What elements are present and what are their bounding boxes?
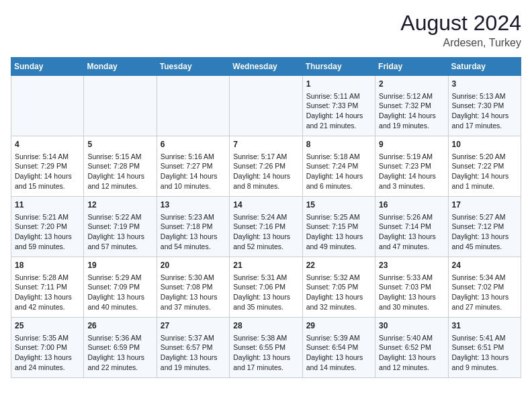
header-day-tuesday: Tuesday [157,58,229,76]
calendar-cell: 14Sunrise: 5:24 AMSunset: 7:16 PMDayligh… [230,197,302,257]
day-info: Sunrise: 5:39 AMSunset: 6:54 PMDaylight:… [306,333,371,373]
calendar-cell: 18Sunrise: 5:28 AMSunset: 7:11 PMDayligh… [11,257,84,318]
day-number: 31 [452,320,517,332]
calendar-week-2: 4Sunrise: 5:14 AMSunset: 7:29 PMDaylight… [11,136,521,197]
calendar-cell: 13Sunrise: 5:23 AMSunset: 7:18 PMDayligh… [157,197,229,257]
calendar-cell: 21Sunrise: 5:31 AMSunset: 7:06 PMDayligh… [230,257,302,318]
calendar-cell: 6Sunrise: 5:16 AMSunset: 7:27 PMDaylight… [157,136,229,197]
calendar-cell: 5Sunrise: 5:15 AMSunset: 7:28 PMDaylight… [84,136,157,197]
calendar-cell [11,76,84,136]
day-info: Sunrise: 5:36 AMSunset: 6:59 PMDaylight:… [87,333,152,373]
day-info: Sunrise: 5:23 AMSunset: 7:18 PMDaylight:… [161,212,226,252]
day-info: Sunrise: 5:17 AMSunset: 7:26 PMDaylight:… [233,152,298,191]
day-number: 5 [87,139,152,150]
day-number: 18 [15,260,80,271]
day-info: Sunrise: 5:21 AMSunset: 7:20 PMDaylight:… [15,212,80,252]
day-info: Sunrise: 5:27 AMSunset: 7:12 PMDaylight:… [452,212,517,252]
day-info: Sunrise: 5:33 AMSunset: 7:03 PMDaylight:… [379,273,444,312]
calendar-cell: 3Sunrise: 5:13 AMSunset: 7:30 PMDaylight… [448,76,521,136]
day-info: Sunrise: 5:19 AMSunset: 7:23 PMDaylight:… [379,152,444,191]
day-number: 29 [306,320,371,332]
calendar-cell: 9Sunrise: 5:19 AMSunset: 7:23 PMDaylight… [375,136,448,197]
calendar-cell: 20Sunrise: 5:30 AMSunset: 7:08 PMDayligh… [157,257,229,318]
day-number: 6 [161,139,226,150]
day-number: 11 [15,199,80,211]
calendar-cell: 23Sunrise: 5:33 AMSunset: 7:03 PMDayligh… [375,257,448,318]
day-info: Sunrise: 5:38 AMSunset: 6:55 PMDaylight:… [233,333,298,373]
day-number: 12 [87,199,152,211]
day-number: 15 [306,199,371,211]
day-number: 20 [161,260,226,271]
day-info: Sunrise: 5:31 AMSunset: 7:06 PMDaylight:… [233,273,298,312]
day-number: 27 [161,320,226,332]
day-number: 26 [87,320,152,332]
day-number: 7 [233,139,298,150]
calendar-cell [230,76,302,136]
day-number: 28 [233,320,298,332]
day-info: Sunrise: 5:13 AMSunset: 7:30 PMDaylight:… [452,91,517,131]
calendar-cell: 25Sunrise: 5:35 AMSunset: 7:00 PMDayligh… [11,318,84,378]
calendar-cell [157,76,229,136]
calendar-week-5: 25Sunrise: 5:35 AMSunset: 7:00 PMDayligh… [11,318,521,378]
location: Ardesen, Turkey [400,37,521,49]
calendar-cell: 2Sunrise: 5:12 AMSunset: 7:32 PMDaylight… [375,76,448,136]
calendar-cell: 7Sunrise: 5:17 AMSunset: 7:26 PMDaylight… [230,136,302,197]
calendar-cell: 19Sunrise: 5:29 AMSunset: 7:09 PMDayligh… [84,257,157,318]
calendar-cell: 28Sunrise: 5:38 AMSunset: 6:55 PMDayligh… [230,318,302,378]
day-info: Sunrise: 5:26 AMSunset: 7:14 PMDaylight:… [379,212,444,252]
day-info: Sunrise: 5:32 AMSunset: 7:05 PMDaylight:… [306,273,371,312]
day-info: Sunrise: 5:16 AMSunset: 7:27 PMDaylight:… [161,152,226,191]
calendar-week-1: 1Sunrise: 5:11 AMSunset: 7:33 PMDaylight… [11,76,521,136]
calendar-cell: 8Sunrise: 5:18 AMSunset: 7:24 PMDaylight… [302,136,375,197]
day-number: 30 [379,320,444,332]
day-info: Sunrise: 5:37 AMSunset: 6:57 PMDaylight:… [161,333,226,373]
day-number: 3 [452,79,517,90]
day-info: Sunrise: 5:15 AMSunset: 7:28 PMDaylight:… [87,152,152,191]
calendar-cell [84,76,157,136]
calendar-cell: 15Sunrise: 5:25 AMSunset: 7:15 PMDayligh… [302,197,375,257]
calendar-cell: 12Sunrise: 5:22 AMSunset: 7:19 PMDayligh… [84,197,157,257]
day-number: 14 [233,199,298,211]
calendar-cell: 30Sunrise: 5:40 AMSunset: 6:52 PMDayligh… [375,318,448,378]
calendar-week-4: 18Sunrise: 5:28 AMSunset: 7:11 PMDayligh… [11,257,521,318]
day-number: 16 [379,199,444,211]
day-number: 13 [161,199,226,211]
day-info: Sunrise: 5:28 AMSunset: 7:11 PMDaylight:… [15,273,80,312]
day-number: 23 [379,260,444,271]
day-number: 4 [15,139,80,150]
day-number: 19 [87,260,152,271]
day-number: 17 [452,199,517,211]
day-number: 9 [379,139,444,150]
calendar-header-row: SundayMondayTuesdayWednesdayThursdayFrid… [11,58,521,76]
calendar-cell: 10Sunrise: 5:20 AMSunset: 7:22 PMDayligh… [448,136,521,197]
calendar-cell: 22Sunrise: 5:32 AMSunset: 7:05 PMDayligh… [302,257,375,318]
header-day-friday: Friday [375,58,448,76]
day-number: 21 [233,260,298,271]
calendar-cell: 31Sunrise: 5:41 AMSunset: 6:51 PMDayligh… [448,318,521,378]
day-info: Sunrise: 5:35 AMSunset: 7:00 PMDaylight:… [15,333,80,373]
calendar-cell: 1Sunrise: 5:11 AMSunset: 7:33 PMDaylight… [302,76,375,136]
day-info: Sunrise: 5:14 AMSunset: 7:29 PMDaylight:… [15,152,80,191]
header-day-saturday: Saturday [448,58,521,76]
header-day-sunday: Sunday [11,58,84,76]
day-number: 24 [452,260,517,271]
day-number: 25 [15,320,80,332]
day-info: Sunrise: 5:18 AMSunset: 7:24 PMDaylight:… [306,152,371,191]
calendar-cell: 16Sunrise: 5:26 AMSunset: 7:14 PMDayligh… [375,197,448,257]
calendar-cell: 26Sunrise: 5:36 AMSunset: 6:59 PMDayligh… [84,318,157,378]
day-info: Sunrise: 5:12 AMSunset: 7:32 PMDaylight:… [379,91,444,131]
calendar-table: SundayMondayTuesdayWednesdayThursdayFrid… [11,57,521,378]
day-info: Sunrise: 5:11 AMSunset: 7:33 PMDaylight:… [306,91,371,131]
day-info: Sunrise: 5:25 AMSunset: 7:15 PMDaylight:… [306,212,371,252]
calendar-cell: 24Sunrise: 5:34 AMSunset: 7:02 PMDayligh… [448,257,521,318]
day-info: Sunrise: 5:41 AMSunset: 6:51 PMDaylight:… [452,333,517,373]
calendar-cell: 4Sunrise: 5:14 AMSunset: 7:29 PMDaylight… [11,136,84,197]
calendar-week-3: 11Sunrise: 5:21 AMSunset: 7:20 PMDayligh… [11,197,521,257]
day-number: 1 [306,79,371,90]
day-info: Sunrise: 5:29 AMSunset: 7:09 PMDaylight:… [87,273,152,312]
day-number: 10 [452,139,517,150]
day-info: Sunrise: 5:30 AMSunset: 7:08 PMDaylight:… [161,273,226,312]
title-block: August 2024 Ardesen, Turkey [400,11,521,49]
day-info: Sunrise: 5:40 AMSunset: 6:52 PMDaylight:… [379,333,444,373]
day-info: Sunrise: 5:24 AMSunset: 7:16 PMDaylight:… [233,212,298,252]
